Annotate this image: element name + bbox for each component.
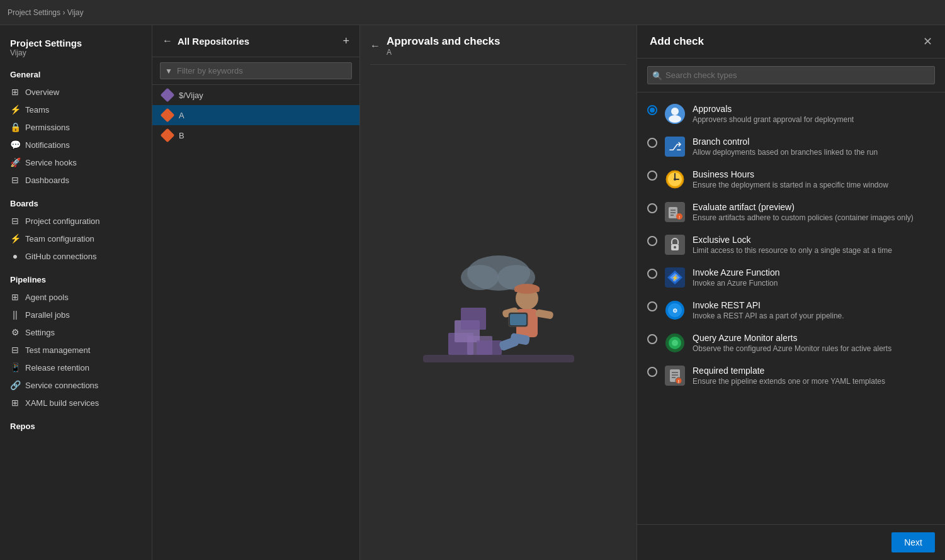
sidebar-item-team-configuration[interactable]: ⚡ Team configuration bbox=[0, 230, 152, 247]
svg-point-48 bbox=[672, 340, 678, 346]
sidebar-item-overview[interactable]: ⊞ Overview bbox=[0, 83, 152, 101]
svg-rect-18 bbox=[510, 314, 526, 325]
sidebar-item-dashboards[interactable]: ⊟ Dashboards bbox=[0, 171, 152, 189]
check-item-evaluate-artifact[interactable]: ! Evaluate artifact (preview) Ensure art… bbox=[637, 196, 945, 228]
check-item-exclusive-lock[interactable]: Exclusive Lock Limit access to this reso… bbox=[637, 228, 945, 261]
sidebar-item-project-configuration[interactable]: ⊟ Project configuration bbox=[0, 212, 152, 230]
repo-filter-wrap: ▼ bbox=[160, 62, 352, 79]
check-item-approvals[interactable]: Approvals Approvers should grant approva… bbox=[637, 98, 945, 130]
check-item-business-hours[interactable]: Business Hours Ensure the deployment is … bbox=[637, 163, 945, 196]
check-text-required-template: Required template Ensure the pipeline ex… bbox=[693, 366, 885, 386]
sidebar-item-permissions[interactable]: 🔒 Permissions bbox=[0, 118, 152, 136]
radio-approvals[interactable] bbox=[647, 105, 657, 115]
check-list: Approvals Approvers should grant approva… bbox=[637, 92, 945, 524]
radio-required-template[interactable] bbox=[647, 367, 657, 377]
sidebar-item-agent-pools[interactable]: ⊞ Agent pools bbox=[0, 288, 152, 306]
svg-point-20 bbox=[671, 108, 679, 115]
search-input[interactable] bbox=[647, 66, 935, 84]
radio-query-azure-monitor[interactable] bbox=[647, 334, 657, 344]
invoke-rest-api-icon: ⚙ bbox=[665, 300, 685, 320]
check-text-business-hours: Business Hours Ensure the deployment is … bbox=[693, 169, 888, 189]
check-text-evaluate-artifact: Evaluate artifact (preview) Ensure artif… bbox=[693, 202, 914, 222]
svg-point-21 bbox=[669, 115, 681, 123]
add-check-panel: Add check ✕ 🔍 Appr bbox=[637, 25, 945, 560]
svg-text:!: ! bbox=[678, 379, 679, 384]
repo-panel-header: ← All Repositories + bbox=[152, 25, 359, 57]
section-repos: Repos bbox=[0, 412, 152, 435]
github-icon: ● bbox=[10, 251, 20, 261]
next-button[interactable]: Next bbox=[891, 532, 935, 552]
sidebar-item-test-management[interactable]: ⊟ Test management bbox=[0, 341, 152, 359]
business-hours-icon bbox=[665, 169, 685, 189]
parallel-jobs-icon: || bbox=[10, 310, 20, 320]
approvals-check-icon bbox=[665, 104, 685, 124]
sidebar-item-settings[interactable]: ⚙ Settings bbox=[0, 323, 152, 341]
svg-text:!: ! bbox=[679, 215, 680, 220]
sidebar: Project Settings Vijay General ⊞ Overvie… bbox=[0, 25, 152, 560]
sidebar-item-github-connections[interactable]: ● GitHub connections bbox=[0, 247, 152, 265]
svg-rect-3 bbox=[423, 355, 574, 362]
agent-pools-icon: ⊞ bbox=[10, 292, 20, 302]
section-boards: Boards bbox=[0, 189, 152, 212]
check-text-query-azure-monitor: Query Azure Monitor alerts Observe the c… bbox=[693, 333, 891, 353]
team-config-icon: ⚡ bbox=[10, 233, 20, 244]
close-button[interactable]: ✕ bbox=[923, 36, 932, 47]
empty-state bbox=[410, 65, 587, 550]
add-repo-button[interactable]: + bbox=[342, 35, 349, 47]
sidebar-item-xaml-build-services[interactable]: ⊞ XAML build services bbox=[0, 394, 152, 412]
section-general: General bbox=[0, 60, 152, 83]
add-check-title: Add check bbox=[650, 35, 704, 48]
add-check-footer: Next bbox=[637, 524, 945, 560]
radio-invoke-rest-api[interactable] bbox=[647, 301, 657, 311]
radio-business-hours[interactable] bbox=[647, 171, 657, 181]
release-retention-icon: 📱 bbox=[10, 362, 20, 372]
sidebar-item-teams[interactable]: ⚡ Teams bbox=[0, 101, 152, 118]
sidebar-item-service-hooks[interactable]: 🚀 Service hooks bbox=[0, 154, 152, 171]
check-text-exclusive-lock: Exclusive Lock Limit access to this reso… bbox=[693, 235, 892, 255]
svg-rect-6 bbox=[461, 308, 486, 330]
check-item-query-azure-monitor[interactable]: Query Azure Monitor alerts Observe the c… bbox=[637, 327, 945, 359]
exclusive-lock-icon bbox=[665, 235, 685, 255]
repo-icon bbox=[161, 108, 175, 123]
check-item-branch-control[interactable]: ⎇ Branch control Allow deployments based… bbox=[637, 130, 945, 163]
org-icon bbox=[161, 88, 175, 103]
approvals-subtitle: A bbox=[387, 48, 500, 57]
svg-point-28 bbox=[674, 178, 676, 181]
sidebar-item-release-retention[interactable]: 📱 Release retention bbox=[0, 359, 152, 376]
approvals-title-wrap: Approvals and checks A bbox=[387, 35, 500, 57]
sidebar-item-service-connections[interactable]: 🔗 Service connections bbox=[0, 376, 152, 394]
search-icon: 🔍 bbox=[652, 70, 662, 80]
required-template-icon: ! bbox=[665, 366, 685, 386]
service-hooks-icon: 🚀 bbox=[10, 157, 20, 167]
list-item[interactable]: B bbox=[152, 125, 359, 145]
check-item-invoke-rest-api[interactable]: ⚙ Invoke REST API Invoke a REST API as a… bbox=[637, 294, 945, 327]
lock-icon: 🔒 bbox=[10, 122, 20, 132]
list-item[interactable]: A bbox=[152, 105, 359, 125]
radio-invoke-azure-function[interactable] bbox=[647, 269, 657, 279]
svg-point-1 bbox=[461, 265, 499, 290]
top-bar: Project Settings › Vijay bbox=[0, 0, 945, 25]
svg-rect-11 bbox=[514, 287, 540, 292]
sidebar-item-notifications[interactable]: 💬 Notifications bbox=[0, 136, 152, 154]
repo-filter-input[interactable] bbox=[160, 62, 352, 79]
center-panel: ← Approvals and checks A bbox=[360, 25, 637, 560]
sidebar-item-parallel-jobs[interactable]: || Parallel jobs bbox=[0, 306, 152, 323]
check-item-required-template[interactable]: ! Required template Ensure the pipeline … bbox=[637, 359, 945, 392]
approvals-title: Approvals and checks bbox=[387, 35, 500, 48]
sidebar-header: Project Settings Vijay bbox=[0, 33, 152, 60]
repo-back-button[interactable]: ← bbox=[162, 35, 173, 47]
branch-control-icon: ⎇ bbox=[665, 137, 685, 157]
radio-evaluate-artifact[interactable] bbox=[647, 203, 657, 213]
radio-exclusive-lock[interactable] bbox=[647, 236, 657, 246]
check-text-invoke-azure-function: Invoke Azure Function Invoke an Azure Fu… bbox=[693, 267, 780, 288]
check-item-invoke-azure-function[interactable]: ⚡ Invoke Azure Function Invoke an Azure … bbox=[637, 261, 945, 294]
approvals-back-button[interactable]: ← bbox=[370, 40, 380, 52]
main-layout: Project Settings Vijay General ⊞ Overvie… bbox=[0, 25, 945, 560]
add-check-header: Add check ✕ bbox=[637, 25, 945, 59]
list-item[interactable]: $/Vijay bbox=[152, 85, 359, 105]
svg-text:⎇: ⎇ bbox=[669, 140, 682, 153]
radio-branch-control[interactable] bbox=[647, 138, 657, 148]
empty-illustration bbox=[410, 238, 587, 377]
sidebar-subtitle: Vijay bbox=[10, 48, 142, 57]
service-connections-icon: 🔗 bbox=[10, 380, 20, 390]
